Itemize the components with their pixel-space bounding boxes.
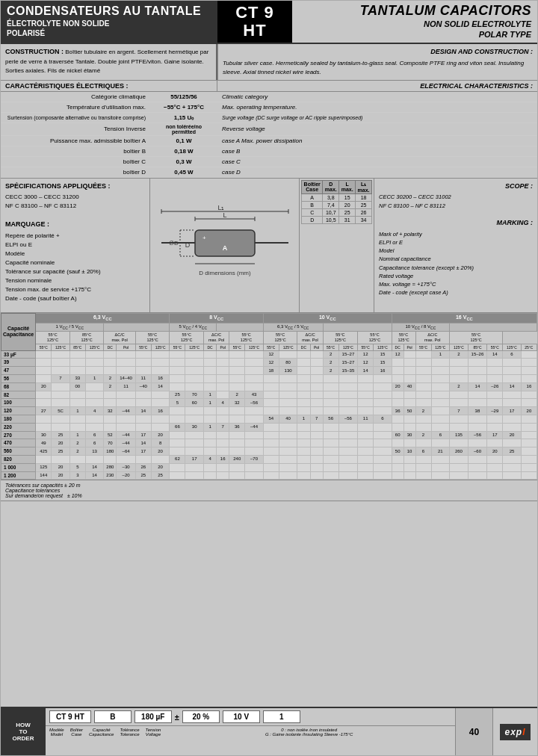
- data-cell: [374, 391, 392, 399]
- data-cell: [229, 447, 245, 456]
- v10-temp3: 55°C125°C: [323, 332, 358, 344]
- char-label-fr-0: Catégorie climatique: [1, 93, 150, 101]
- char-label-fr-6: boîtier C: [1, 158, 150, 166]
- data-cell: [85, 415, 104, 424]
- order-section: HOWTOORDER CT 9 HT B 180 µF ± 20 % 10 V …: [1, 707, 537, 755]
- data-cell: 56: [323, 415, 338, 424]
- data-cell: [170, 367, 185, 375]
- data-cell: [170, 375, 185, 383]
- main-data-table-section: CapacitéCapacitance 6,3 VCC 8 VCC 10 VCC…: [1, 313, 537, 481]
- data-cell: [503, 359, 522, 367]
- data-cell: [69, 456, 85, 464]
- data-cell: [338, 431, 358, 439]
- data-cell: [151, 423, 170, 431]
- data-cell: [468, 456, 487, 464]
- subtitle-fr-2: POLARISÉ: [7, 29, 211, 37]
- data-cell: [117, 399, 136, 407]
- data-cell: [323, 471, 338, 480]
- order-col-ins: 0 : non isolée /non insulatedG : Gaine i…: [167, 728, 451, 737]
- data-cell: 70: [104, 439, 117, 447]
- data-cell: [85, 423, 104, 431]
- marking-en-3: Model: [379, 247, 533, 255]
- data-cell: [135, 415, 151, 424]
- col-h10: 125°C: [185, 344, 204, 350]
- data-cell: [52, 350, 70, 359]
- data-cell: [338, 471, 358, 480]
- data-cell: [217, 463, 229, 471]
- data-cell: [204, 431, 217, 439]
- data-cell: [323, 399, 338, 407]
- char-label-en-0: Climatic category: [217, 93, 537, 101]
- data-cell: [185, 415, 204, 424]
- specs-diagram-area: L₁ L D A + D dimensions (mm): [150, 179, 300, 312]
- v10-header: 10 VCC: [263, 313, 392, 323]
- specs-list-2: NF C 83100 – NF C 83112: [5, 202, 145, 211]
- data-cell: [217, 359, 229, 367]
- construction-title-fr: CONSTRUCTION :: [5, 48, 64, 55]
- data-cell: [450, 471, 469, 480]
- char-label-en-6: case C: [217, 158, 537, 166]
- data-cell: [185, 407, 204, 415]
- data-cell: [36, 367, 52, 375]
- data-cell: [170, 359, 185, 367]
- data-cell: [185, 439, 204, 447]
- data-cell: [487, 439, 503, 447]
- data-cell: 17: [135, 431, 151, 439]
- data-cell: 20: [151, 447, 170, 456]
- data-cell: [279, 447, 297, 456]
- v63-temp3: ΔC/Cmax. Pol: [104, 332, 135, 344]
- data-cell: [263, 447, 279, 456]
- char-row-7: boîtier D 0,45 W case D: [1, 167, 537, 178]
- data-cell: 13: [85, 447, 104, 456]
- marking-en-5: Capacitance tolerance (except ± 20%): [379, 264, 533, 272]
- data-cell: [36, 415, 52, 424]
- data-cell: [217, 407, 229, 415]
- data-cell: –30: [117, 463, 136, 471]
- char-label-fr-5: boîtier B: [1, 147, 150, 155]
- data-cell: 20: [52, 463, 70, 471]
- data-cell: [310, 456, 323, 464]
- char-value-1: −55°C + 175°C: [150, 103, 217, 111]
- data-cell: [310, 439, 323, 447]
- construction-left: CONSTRUCTION : Boîtier tubulaire en arge…: [1, 44, 217, 80]
- data-cell: [323, 439, 338, 447]
- data-cell: 16: [151, 375, 170, 383]
- v10-sub2: [323, 323, 392, 332]
- data-cell: [374, 375, 392, 383]
- data-cell: 1: [431, 350, 450, 359]
- data-cell: [450, 375, 469, 383]
- data-cell: 16: [374, 367, 392, 375]
- data-cell: 25: [52, 431, 70, 439]
- header-left: CONDENSATEURS AU TANTALE ÉLECTROLYTE NON…: [1, 1, 217, 43]
- v10-temp2: ΔC/Cmax. Pol: [297, 332, 323, 344]
- tolerance-note: Tolérances sur capacités ± 20 mCapacitan…: [1, 480, 537, 501]
- data-cell: [431, 456, 450, 464]
- data-cell: 6: [503, 350, 522, 359]
- data-cell: [297, 407, 310, 415]
- data-cell: [338, 399, 358, 407]
- data-cell: [521, 391, 537, 399]
- how-to-order-text: HOWTOORDER: [13, 722, 34, 742]
- data-cell: [503, 415, 522, 424]
- data-cell: [170, 407, 185, 415]
- data-cell: 10: [404, 447, 415, 456]
- data-cell: 2: [415, 407, 431, 415]
- v16-header: 16 VCC: [392, 313, 537, 323]
- data-cell: [104, 399, 117, 407]
- data-cell: [204, 359, 217, 367]
- data-cell: [503, 423, 522, 431]
- data-cell: [310, 367, 323, 375]
- data-cell: [521, 367, 537, 375]
- data-cell: [36, 399, 52, 407]
- data-cell: [468, 423, 487, 431]
- data-cell: [229, 431, 245, 439]
- v16-sub1: 10 VCC / 8 VCC: [392, 323, 449, 332]
- data-cell: [323, 382, 338, 391]
- data-cell: [521, 359, 537, 367]
- data-cell: [503, 456, 522, 464]
- data-cell: [69, 423, 85, 431]
- header: CONDENSATEURS AU TANTALE ÉLECTROLYTE NON…: [1, 1, 537, 44]
- data-cell: 12: [263, 350, 279, 359]
- data-cell: [323, 407, 338, 415]
- data-cell: 280: [104, 463, 117, 471]
